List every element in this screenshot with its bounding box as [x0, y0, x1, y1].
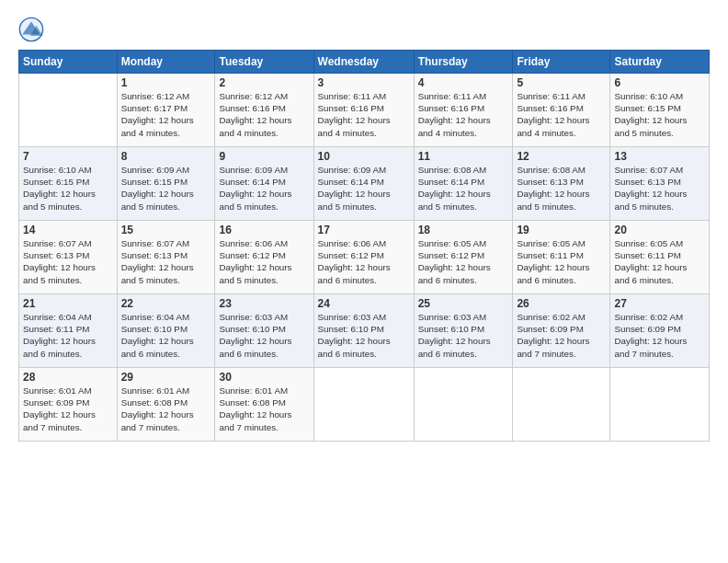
day-info: Sunrise: 6:02 AMSunset: 6:09 PMDaylight:… [517, 312, 589, 359]
day-info: Sunrise: 6:11 AMSunset: 6:16 PMDaylight:… [418, 91, 491, 138]
calendar-cell: 11 Sunrise: 6:08 AMSunset: 6:14 PMDaylig… [414, 147, 513, 221]
calendar-cell: 8 Sunrise: 6:09 AMSunset: 6:15 PMDayligh… [117, 147, 215, 221]
calendar-cell: 19 Sunrise: 6:05 AMSunset: 6:11 PMDaylig… [513, 221, 610, 294]
calendar-week-3: 14 Sunrise: 6:07 AMSunset: 6:13 PMDaylig… [19, 221, 710, 294]
day-info: Sunrise: 6:07 AMSunset: 6:13 PMDaylight:… [23, 238, 96, 285]
weekday-tuesday: Tuesday [215, 51, 313, 74]
day-number: 15 [121, 224, 211, 236]
logo-icon [18, 17, 44, 42]
weekday-thursday: Thursday [414, 51, 513, 74]
day-info: Sunrise: 6:01 AMSunset: 6:09 PMDaylight:… [23, 385, 96, 432]
weekday-saturday: Saturday [610, 51, 710, 74]
day-number: 11 [418, 150, 509, 163]
calendar-cell: 30 Sunrise: 6:01 AMSunset: 6:08 PMDaylig… [215, 368, 313, 442]
day-number: 13 [614, 150, 705, 163]
day-info: Sunrise: 6:01 AMSunset: 6:08 PMDaylight:… [121, 385, 194, 432]
day-info: Sunrise: 6:07 AMSunset: 6:13 PMDaylight:… [614, 165, 687, 212]
day-number: 21 [23, 297, 113, 310]
day-number: 9 [219, 150, 309, 163]
day-number: 19 [517, 224, 606, 236]
weekday-wednesday: Wednesday [313, 51, 414, 74]
day-info: Sunrise: 6:05 AMSunset: 6:12 PMDaylight:… [418, 238, 491, 285]
day-info: Sunrise: 6:11 AMSunset: 6:16 PMDaylight:… [517, 91, 589, 138]
header [18, 17, 710, 42]
calendar-cell: 25 Sunrise: 6:03 AMSunset: 6:10 PMDaylig… [414, 294, 513, 368]
day-number: 1 [121, 76, 211, 89]
calendar-cell: 14 Sunrise: 6:07 AMSunset: 6:13 PMDaylig… [19, 221, 118, 294]
calendar-cell: 4 Sunrise: 6:11 AMSunset: 6:16 PMDayligh… [414, 74, 513, 147]
calendar-cell: 16 Sunrise: 6:06 AMSunset: 6:12 PMDaylig… [215, 221, 313, 294]
day-number: 24 [318, 297, 410, 310]
day-info: Sunrise: 6:11 AMSunset: 6:16 PMDaylight:… [318, 91, 391, 138]
calendar-cell: 22 Sunrise: 6:04 AMSunset: 6:10 PMDaylig… [117, 294, 215, 368]
weekday-header-row: SundayMondayTuesdayWednesdayThursdayFrid… [19, 51, 710, 74]
day-number: 12 [517, 150, 606, 163]
day-number: 30 [219, 371, 309, 384]
day-number: 8 [121, 150, 211, 163]
calendar-cell: 7 Sunrise: 6:10 AMSunset: 6:15 PMDayligh… [19, 147, 118, 221]
day-number: 16 [219, 224, 309, 236]
day-info: Sunrise: 6:10 AMSunset: 6:15 PMDaylight:… [23, 165, 96, 212]
day-info: Sunrise: 6:06 AMSunset: 6:12 PMDaylight:… [219, 238, 291, 285]
day-info: Sunrise: 6:05 AMSunset: 6:11 PMDaylight:… [517, 238, 589, 285]
calendar-cell: 5 Sunrise: 6:11 AMSunset: 6:16 PMDayligh… [513, 74, 610, 147]
calendar-cell: 23 Sunrise: 6:03 AMSunset: 6:10 PMDaylig… [215, 294, 313, 368]
calendar-week-5: 28 Sunrise: 6:01 AMSunset: 6:09 PMDaylig… [19, 368, 710, 442]
day-number: 23 [219, 297, 309, 310]
logo [18, 17, 48, 42]
day-number: 18 [418, 224, 509, 236]
day-info: Sunrise: 6:02 AMSunset: 6:09 PMDaylight:… [614, 312, 687, 359]
day-number: 20 [614, 224, 705, 236]
day-info: Sunrise: 6:09 AMSunset: 6:15 PMDaylight:… [121, 165, 194, 212]
calendar-cell: 15 Sunrise: 6:07 AMSunset: 6:13 PMDaylig… [117, 221, 215, 294]
calendar-cell: 1 Sunrise: 6:12 AMSunset: 6:17 PMDayligh… [117, 74, 215, 147]
calendar-cell: 26 Sunrise: 6:02 AMSunset: 6:09 PMDaylig… [513, 294, 610, 368]
day-number: 10 [318, 150, 410, 163]
calendar-cell [313, 368, 414, 442]
calendar-week-1: 1 Sunrise: 6:12 AMSunset: 6:17 PMDayligh… [19, 74, 710, 147]
page: SundayMondayTuesdayWednesdayThursdayFrid… [0, 0, 728, 563]
weekday-sunday: Sunday [19, 51, 118, 74]
day-info: Sunrise: 6:12 AMSunset: 6:16 PMDaylight:… [219, 91, 291, 138]
day-info: Sunrise: 6:10 AMSunset: 6:15 PMDaylight:… [614, 91, 687, 138]
calendar-cell: 24 Sunrise: 6:03 AMSunset: 6:10 PMDaylig… [313, 294, 414, 368]
calendar-cell: 10 Sunrise: 6:09 AMSunset: 6:14 PMDaylig… [313, 147, 414, 221]
day-number: 29 [121, 371, 211, 384]
calendar-cell: 29 Sunrise: 6:01 AMSunset: 6:08 PMDaylig… [117, 368, 215, 442]
calendar-week-4: 21 Sunrise: 6:04 AMSunset: 6:11 PMDaylig… [19, 294, 710, 368]
day-number: 28 [23, 371, 113, 384]
day-info: Sunrise: 6:12 AMSunset: 6:17 PMDaylight:… [121, 91, 194, 138]
day-info: Sunrise: 6:04 AMSunset: 6:11 PMDaylight:… [23, 312, 96, 359]
day-info: Sunrise: 6:06 AMSunset: 6:12 PMDaylight:… [318, 238, 391, 285]
calendar-week-2: 7 Sunrise: 6:10 AMSunset: 6:15 PMDayligh… [19, 147, 710, 221]
weekday-monday: Monday [117, 51, 215, 74]
day-number: 25 [418, 297, 509, 310]
day-info: Sunrise: 6:03 AMSunset: 6:10 PMDaylight:… [418, 312, 491, 359]
day-number: 27 [614, 297, 705, 310]
day-number: 6 [614, 76, 705, 89]
calendar-cell: 18 Sunrise: 6:05 AMSunset: 6:12 PMDaylig… [414, 221, 513, 294]
day-number: 17 [318, 224, 410, 236]
day-info: Sunrise: 6:01 AMSunset: 6:08 PMDaylight:… [219, 385, 291, 432]
day-number: 2 [219, 76, 309, 89]
calendar-cell: 17 Sunrise: 6:06 AMSunset: 6:12 PMDaylig… [313, 221, 414, 294]
day-number: 4 [418, 76, 509, 89]
day-info: Sunrise: 6:03 AMSunset: 6:10 PMDaylight:… [219, 312, 291, 359]
calendar-cell: 2 Sunrise: 6:12 AMSunset: 6:16 PMDayligh… [215, 74, 313, 147]
day-number: 7 [23, 150, 113, 163]
calendar-cell: 3 Sunrise: 6:11 AMSunset: 6:16 PMDayligh… [313, 74, 414, 147]
day-number: 14 [23, 224, 113, 236]
calendar-cell [19, 74, 118, 147]
calendar-cell [610, 368, 710, 442]
calendar-cell: 12 Sunrise: 6:08 AMSunset: 6:13 PMDaylig… [513, 147, 610, 221]
day-info: Sunrise: 6:04 AMSunset: 6:10 PMDaylight:… [121, 312, 194, 359]
day-info: Sunrise: 6:08 AMSunset: 6:14 PMDaylight:… [418, 165, 491, 212]
weekday-friday: Friday [513, 51, 610, 74]
day-info: Sunrise: 6:05 AMSunset: 6:11 PMDaylight:… [614, 238, 687, 285]
day-number: 22 [121, 297, 211, 310]
calendar-cell [513, 368, 610, 442]
calendar-cell: 21 Sunrise: 6:04 AMSunset: 6:11 PMDaylig… [19, 294, 118, 368]
day-number: 5 [517, 76, 606, 89]
day-number: 3 [318, 76, 410, 89]
day-info: Sunrise: 6:03 AMSunset: 6:10 PMDaylight:… [318, 312, 391, 359]
